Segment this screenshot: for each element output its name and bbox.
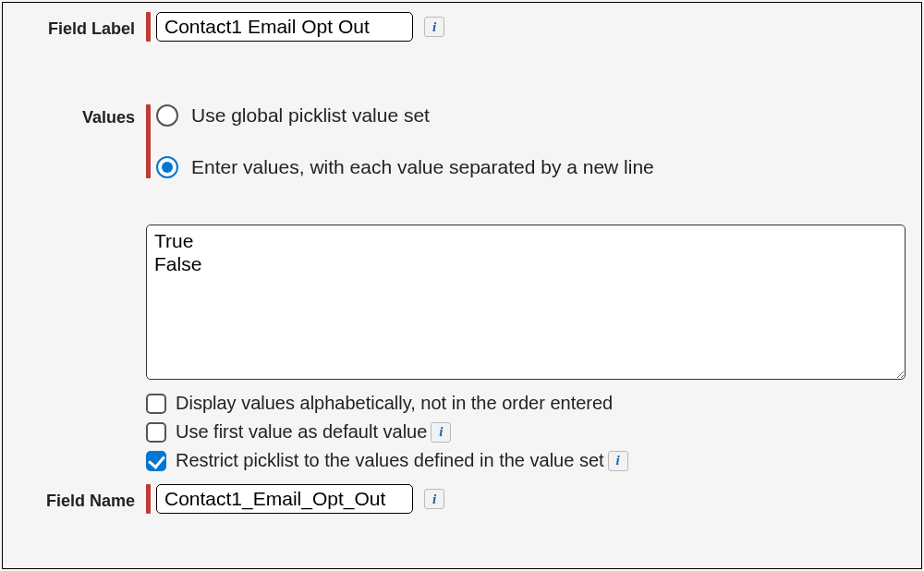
radio-global-picklist[interactable] (156, 104, 178, 127)
info-glyph: i (615, 454, 619, 468)
info-glyph: i (432, 492, 436, 506)
radio-enter-values-label: Enter values, with each value separated … (191, 156, 654, 178)
radio-global-picklist-label: Use global picklist value set (191, 104, 430, 127)
row-field-label: Field Label i (3, 12, 921, 42)
required-indicator (146, 484, 151, 514)
field-name-input[interactable] (156, 484, 413, 514)
radio-enter-values[interactable] (156, 156, 178, 178)
info-icon[interactable]: i (424, 17, 444, 37)
values-radio-group: Use global picklist value set Enter valu… (156, 104, 654, 178)
checkbox-first-default-label: Use first value as default value (176, 421, 427, 443)
field-label-input[interactable] (156, 12, 413, 42)
required-indicator (146, 104, 151, 178)
field-name-caption: Field Name (3, 484, 146, 511)
field-label-caption: Field Label (3, 12, 146, 39)
checkbox-alpha[interactable] (146, 394, 166, 414)
checkbox-first-default[interactable] (146, 422, 166, 443)
values-textarea[interactable] (146, 225, 906, 380)
info-icon[interactable]: i (424, 489, 444, 509)
required-indicator (146, 12, 151, 42)
values-caption: Values (3, 104, 146, 128)
info-glyph: i (439, 425, 443, 439)
checkbox-restrict-label: Restrict picklist to the values defined … (176, 450, 604, 471)
info-glyph: i (432, 20, 436, 34)
row-values: Values Use global picklist value set Ent… (3, 104, 921, 471)
values-checkbox-group: Display values alphabetically, not in th… (146, 393, 921, 471)
checkbox-alpha-label: Display values alphabetically, not in th… (176, 393, 613, 414)
info-icon[interactable]: i (608, 451, 628, 471)
row-field-name: Field Name i (3, 484, 921, 514)
checkbox-restrict[interactable] (146, 451, 166, 471)
form-frame: Field Label i Values Use global picklist… (2, 2, 922, 569)
info-icon[interactable]: i (431, 422, 451, 443)
